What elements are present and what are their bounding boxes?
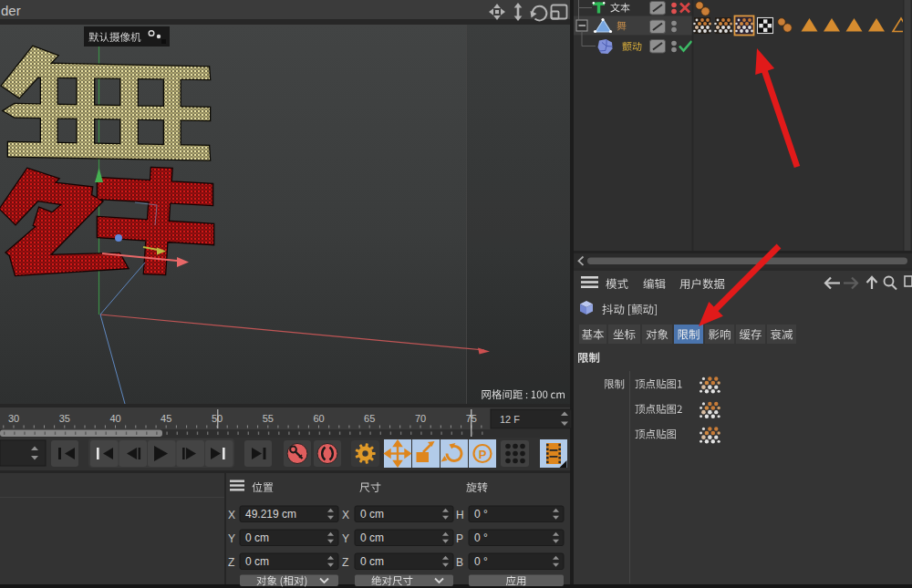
svg-text:B: B <box>456 556 463 569</box>
svg-text:49.219 cm: 49.219 cm <box>245 508 296 521</box>
svg-text:35: 35 <box>59 413 70 424</box>
svg-text:50: 50 <box>212 413 223 424</box>
svg-text:0 cm: 0 cm <box>245 555 269 568</box>
svg-text:0 °: 0 ° <box>474 508 488 521</box>
svg-text:45: 45 <box>161 413 171 424</box>
svg-text:der: der <box>1 3 21 18</box>
svg-text:60: 60 <box>313 413 324 424</box>
svg-text:Y: Y <box>228 532 235 545</box>
svg-text:P: P <box>456 532 463 545</box>
svg-text:65: 65 <box>364 413 375 424</box>
svg-text:0 cm: 0 cm <box>360 555 384 568</box>
svg-text:P: P <box>479 448 487 461</box>
svg-text:40: 40 <box>109 413 120 424</box>
svg-text:H: H <box>456 509 464 521</box>
svg-text:0 °: 0 ° <box>474 555 488 568</box>
svg-text:Z: Z <box>342 556 348 569</box>
svg-text:0 °: 0 ° <box>474 531 488 544</box>
svg-text:0 cm: 0 cm <box>360 531 384 544</box>
svg-text:Z: Z <box>228 556 234 569</box>
svg-text:12 F: 12 F <box>500 414 520 425</box>
svg-text:0 cm: 0 cm <box>360 508 384 521</box>
svg-text:X: X <box>342 509 349 521</box>
svg-text:55: 55 <box>263 413 274 424</box>
svg-text:0 cm: 0 cm <box>245 531 269 544</box>
svg-text:Y: Y <box>342 532 349 545</box>
svg-text:X: X <box>228 509 235 521</box>
svg-text:30: 30 <box>8 413 19 424</box>
svg-text:70: 70 <box>415 413 426 424</box>
